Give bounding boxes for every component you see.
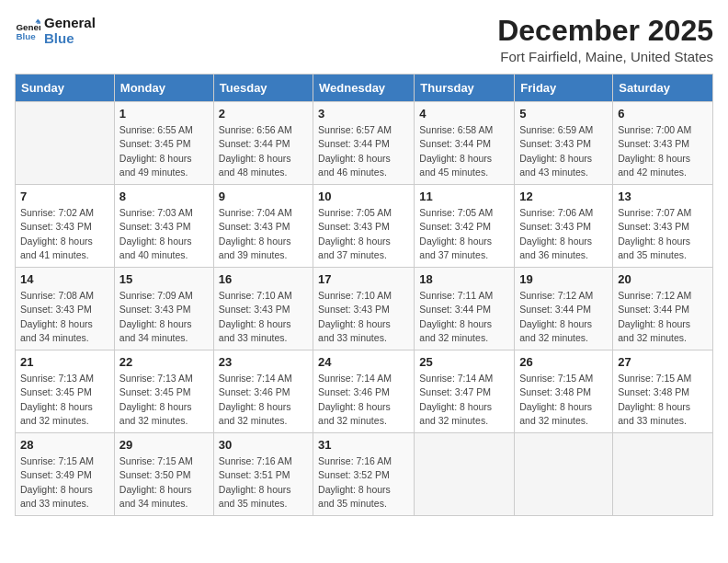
day-info: Sunrise: 7:06 AM Sunset: 3:43 PM Dayligh… xyxy=(519,206,608,262)
day-info: Sunrise: 7:09 AM Sunset: 3:43 PM Dayligh… xyxy=(119,289,209,345)
calendar-cell: 18Sunrise: 7:11 AM Sunset: 3:44 PM Dayli… xyxy=(415,268,515,350)
day-info: Sunrise: 7:11 AM Sunset: 3:44 PM Dayligh… xyxy=(419,289,509,345)
calendar-cell: 4Sunrise: 6:58 AM Sunset: 3:44 PM Daylig… xyxy=(415,102,515,185)
day-number: 8 xyxy=(119,190,209,203)
calendar-cell xyxy=(613,433,713,516)
day-info: Sunrise: 7:08 AM Sunset: 3:43 PM Dayligh… xyxy=(20,289,109,345)
day-number: 16 xyxy=(219,272,308,286)
calendar-day-header: Friday xyxy=(515,75,613,102)
day-info: Sunrise: 7:04 AM Sunset: 3:43 PM Dayligh… xyxy=(219,206,308,262)
day-info: Sunrise: 7:15 AM Sunset: 3:48 PM Dayligh… xyxy=(519,372,608,428)
day-info: Sunrise: 7:10 AM Sunset: 3:43 PM Dayligh… xyxy=(318,289,409,345)
day-number: 7 xyxy=(20,190,109,203)
day-info: Sunrise: 7:16 AM Sunset: 3:52 PM Dayligh… xyxy=(318,454,409,511)
calendar-week-row: 14Sunrise: 7:08 AM Sunset: 3:43 PM Dayli… xyxy=(16,268,713,350)
day-number: 31 xyxy=(318,438,409,452)
day-info: Sunrise: 6:57 AM Sunset: 3:44 PM Dayligh… xyxy=(318,123,409,179)
day-info: Sunrise: 7:00 AM Sunset: 3:43 PM Dayligh… xyxy=(618,123,708,179)
day-number: 15 xyxy=(119,272,209,286)
day-number: 30 xyxy=(219,438,308,452)
day-info: Sunrise: 7:14 AM Sunset: 3:46 PM Dayligh… xyxy=(219,372,308,428)
day-number: 4 xyxy=(419,107,509,121)
calendar-cell: 31Sunrise: 7:16 AM Sunset: 3:52 PM Dayli… xyxy=(313,433,415,516)
month-title: December 2025 xyxy=(497,15,713,47)
calendar-cell: 3Sunrise: 6:57 AM Sunset: 3:44 PM Daylig… xyxy=(313,102,415,185)
day-info: Sunrise: 7:03 AM Sunset: 3:43 PM Dayligh… xyxy=(119,206,209,262)
calendar-week-row: 1Sunrise: 6:55 AM Sunset: 3:45 PM Daylig… xyxy=(16,102,713,185)
calendar-cell: 21Sunrise: 7:13 AM Sunset: 3:45 PM Dayli… xyxy=(16,350,115,433)
calendar-cell: 28Sunrise: 7:15 AM Sunset: 3:49 PM Dayli… xyxy=(16,433,115,516)
day-number: 1 xyxy=(119,107,209,121)
day-info: Sunrise: 7:14 AM Sunset: 3:46 PM Dayligh… xyxy=(318,372,409,428)
day-info: Sunrise: 7:13 AM Sunset: 3:45 PM Dayligh… xyxy=(20,372,109,428)
day-number: 26 xyxy=(519,355,608,369)
day-info: Sunrise: 7:16 AM Sunset: 3:51 PM Dayligh… xyxy=(219,454,308,511)
day-number: 2 xyxy=(219,107,308,121)
calendar-cell: 17Sunrise: 7:10 AM Sunset: 3:43 PM Dayli… xyxy=(313,268,415,350)
calendar-cell: 2Sunrise: 6:56 AM Sunset: 3:44 PM Daylig… xyxy=(213,102,313,185)
page-header: General Blue General Blue December 2025 … xyxy=(15,15,713,64)
calendar-cell: 16Sunrise: 7:10 AM Sunset: 3:43 PM Dayli… xyxy=(213,268,313,350)
calendar-cell: 23Sunrise: 7:14 AM Sunset: 3:46 PM Dayli… xyxy=(213,350,313,433)
day-info: Sunrise: 7:15 AM Sunset: 3:50 PM Dayligh… xyxy=(119,454,209,511)
day-number: 6 xyxy=(618,107,708,121)
calendar-cell: 11Sunrise: 7:05 AM Sunset: 3:42 PM Dayli… xyxy=(415,185,515,268)
day-number: 28 xyxy=(20,438,109,452)
calendar-cell: 7Sunrise: 7:02 AM Sunset: 3:43 PM Daylig… xyxy=(16,185,115,268)
calendar-cell: 5Sunrise: 6:59 AM Sunset: 3:43 PM Daylig… xyxy=(515,102,613,185)
logo-general: General xyxy=(44,15,96,30)
calendar-cell xyxy=(415,433,515,516)
day-info: Sunrise: 6:56 AM Sunset: 3:44 PM Dayligh… xyxy=(219,123,308,179)
day-info: Sunrise: 6:58 AM Sunset: 3:44 PM Dayligh… xyxy=(419,123,509,179)
day-info: Sunrise: 7:14 AM Sunset: 3:47 PM Dayligh… xyxy=(419,372,509,428)
logo-icon: General Blue xyxy=(15,17,40,43)
calendar-day-header: Wednesday xyxy=(313,75,415,102)
calendar-cell: 12Sunrise: 7:06 AM Sunset: 3:43 PM Dayli… xyxy=(515,185,613,268)
day-number: 29 xyxy=(119,438,209,452)
day-info: Sunrise: 6:59 AM Sunset: 3:43 PM Dayligh… xyxy=(519,123,608,179)
day-number: 23 xyxy=(219,355,308,369)
calendar-cell: 13Sunrise: 7:07 AM Sunset: 3:43 PM Dayli… xyxy=(613,185,713,268)
day-number: 10 xyxy=(318,190,409,203)
calendar-cell: 27Sunrise: 7:15 AM Sunset: 3:48 PM Dayli… xyxy=(613,350,713,433)
calendar-cell: 22Sunrise: 7:13 AM Sunset: 3:45 PM Dayli… xyxy=(114,350,213,433)
day-number: 3 xyxy=(318,107,409,121)
day-number: 19 xyxy=(519,272,608,286)
day-number: 22 xyxy=(119,355,209,369)
day-info: Sunrise: 6:55 AM Sunset: 3:45 PM Dayligh… xyxy=(119,123,209,179)
calendar-cell: 24Sunrise: 7:14 AM Sunset: 3:46 PM Dayli… xyxy=(313,350,415,433)
calendar-week-row: 7Sunrise: 7:02 AM Sunset: 3:43 PM Daylig… xyxy=(16,185,713,268)
day-info: Sunrise: 7:15 AM Sunset: 3:49 PM Dayligh… xyxy=(20,454,109,511)
calendar-body: 1Sunrise: 6:55 AM Sunset: 3:45 PM Daylig… xyxy=(16,102,713,516)
calendar-cell: 19Sunrise: 7:12 AM Sunset: 3:44 PM Dayli… xyxy=(515,268,613,350)
day-number: 27 xyxy=(618,355,708,369)
day-info: Sunrise: 7:10 AM Sunset: 3:43 PM Dayligh… xyxy=(219,289,308,345)
calendar-table: SundayMondayTuesdayWednesdayThursdayFrid… xyxy=(15,74,713,516)
day-number: 9 xyxy=(219,190,308,203)
calendar-day-header: Thursday xyxy=(415,75,515,102)
calendar-cell: 6Sunrise: 7:00 AM Sunset: 3:43 PM Daylig… xyxy=(613,102,713,185)
logo: General Blue General Blue xyxy=(15,15,96,46)
calendar-cell xyxy=(16,102,115,185)
calendar-week-row: 21Sunrise: 7:13 AM Sunset: 3:45 PM Dayli… xyxy=(16,350,713,433)
calendar-cell: 14Sunrise: 7:08 AM Sunset: 3:43 PM Dayli… xyxy=(16,268,115,350)
calendar-cell: 15Sunrise: 7:09 AM Sunset: 3:43 PM Dayli… xyxy=(114,268,213,350)
day-info: Sunrise: 7:13 AM Sunset: 3:45 PM Dayligh… xyxy=(119,372,209,428)
calendar-header-row: SundayMondayTuesdayWednesdayThursdayFrid… xyxy=(16,75,713,102)
day-number: 20 xyxy=(618,272,708,286)
day-number: 21 xyxy=(20,355,109,369)
day-number: 5 xyxy=(519,107,608,121)
day-info: Sunrise: 7:15 AM Sunset: 3:48 PM Dayligh… xyxy=(618,372,708,428)
calendar-cell: 29Sunrise: 7:15 AM Sunset: 3:50 PM Dayli… xyxy=(114,433,213,516)
calendar-cell: 20Sunrise: 7:12 AM Sunset: 3:44 PM Dayli… xyxy=(613,268,713,350)
calendar-cell: 10Sunrise: 7:05 AM Sunset: 3:43 PM Dayli… xyxy=(313,185,415,268)
day-number: 25 xyxy=(419,355,509,369)
day-info: Sunrise: 7:12 AM Sunset: 3:44 PM Dayligh… xyxy=(519,289,608,345)
day-number: 11 xyxy=(419,190,509,203)
calendar-cell: 25Sunrise: 7:14 AM Sunset: 3:47 PM Dayli… xyxy=(415,350,515,433)
calendar-cell: 30Sunrise: 7:16 AM Sunset: 3:51 PM Dayli… xyxy=(213,433,313,516)
calendar-cell: 9Sunrise: 7:04 AM Sunset: 3:43 PM Daylig… xyxy=(213,185,313,268)
calendar-day-header: Tuesday xyxy=(213,75,313,102)
calendar-cell xyxy=(515,433,613,516)
day-number: 18 xyxy=(419,272,509,286)
